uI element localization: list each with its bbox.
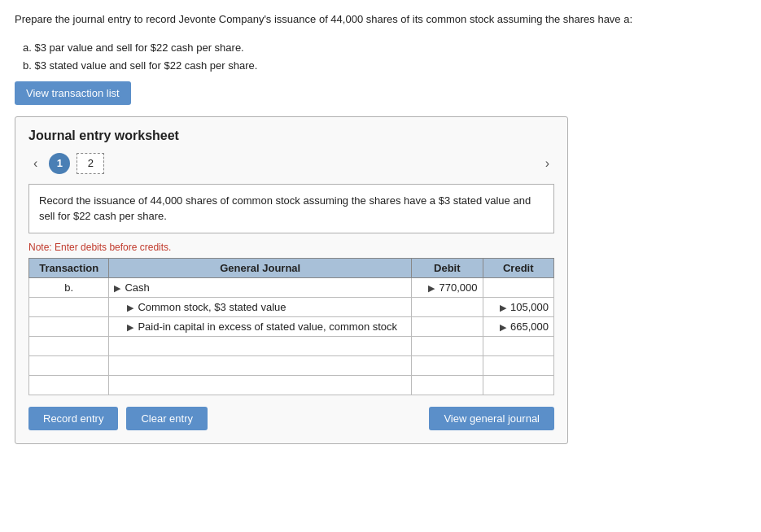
worksheet-description: Record the issuance of 44,000 shares of … [28, 184, 554, 233]
table-row: ▶ Common stock, $3 stated value▶ 105,000 [29, 297, 554, 316]
tab-nav-row: ‹ 1 2 › [28, 153, 554, 174]
view-general-journal-button[interactable]: View general journal [429, 407, 554, 430]
clear-entry-button[interactable]: Clear entry [126, 407, 208, 430]
general-journal-cell[interactable]: ▶ Cash [109, 277, 412, 297]
table-row [29, 336, 554, 355]
col-header-debit: Debit [412, 258, 483, 277]
transaction-cell [29, 316, 109, 336]
journal-table: Transaction General Journal Debit Credit… [28, 258, 554, 395]
credit-cell[interactable]: ▶ 105,000 [483, 297, 553, 316]
tab-1[interactable]: 1 [49, 153, 70, 174]
transaction-cell [29, 355, 109, 375]
table-row [29, 375, 554, 395]
debit-cell[interactable]: ▶ 770,000 [412, 277, 483, 297]
credit-cell[interactable] [483, 375, 553, 395]
col-header-credit: Credit [483, 258, 553, 277]
action-buttons-row: Record entry Clear entry View general jo… [28, 407, 554, 430]
general-journal-cell[interactable] [109, 336, 412, 355]
next-tab-button[interactable]: › [540, 155, 554, 172]
credit-cell[interactable] [483, 277, 553, 297]
intro-item-b: b. $3 stated value and sell for $22 cash… [23, 57, 746, 75]
intro-item-a: a. $3 par value and sell for $22 cash pe… [23, 39, 746, 57]
worksheet-title: Journal entry worksheet [28, 129, 554, 143]
col-header-general-journal: General Journal [109, 258, 412, 277]
credit-cell[interactable] [483, 355, 553, 375]
credit-indicator-icon: ▶ [500, 322, 509, 332]
view-transaction-list-button[interactable]: View transaction list [15, 81, 131, 105]
transaction-cell: b. [29, 277, 109, 297]
debit-cell[interactable] [412, 375, 483, 395]
general-journal-cell[interactable] [109, 355, 412, 375]
prev-tab-button[interactable]: ‹ [28, 155, 42, 172]
transaction-cell [29, 297, 109, 316]
credit-indicator-icon: ▶ [500, 303, 509, 312]
journal-entry-worksheet: Journal entry worksheet ‹ 1 2 › Record t… [15, 116, 568, 444]
record-entry-button[interactable]: Record entry [28, 407, 118, 430]
col-header-transaction: Transaction [29, 258, 109, 277]
credit-cell[interactable] [483, 336, 553, 355]
intro-line1: Prepare the journal entry to record Jevo… [15, 11, 746, 28]
row-indicator-icon: ▶ [127, 303, 136, 312]
general-journal-cell[interactable]: ▶ Paid-in capital in excess of stated va… [109, 316, 412, 336]
debit-indicator-icon: ▶ [428, 283, 437, 293]
transaction-cell [29, 375, 109, 395]
table-row: b.▶ Cash▶ 770,000 [29, 277, 554, 297]
table-row: ▶ Paid-in capital in excess of stated va… [29, 316, 554, 336]
credit-cell[interactable]: ▶ 665,000 [483, 316, 553, 336]
table-row [29, 355, 554, 375]
general-journal-cell[interactable] [109, 375, 412, 395]
debit-cell[interactable] [412, 316, 483, 336]
row-indicator-icon: ▶ [127, 322, 136, 332]
tab-2[interactable]: 2 [77, 153, 104, 174]
note-text: Note: Enter debits before credits. [28, 242, 554, 253]
debit-cell[interactable] [412, 297, 483, 316]
debit-cell[interactable] [412, 355, 483, 375]
general-journal-cell[interactable]: ▶ Common stock, $3 stated value [109, 297, 412, 316]
row-indicator-icon: ▶ [114, 283, 123, 293]
debit-cell[interactable] [412, 336, 483, 355]
transaction-cell [29, 336, 109, 355]
